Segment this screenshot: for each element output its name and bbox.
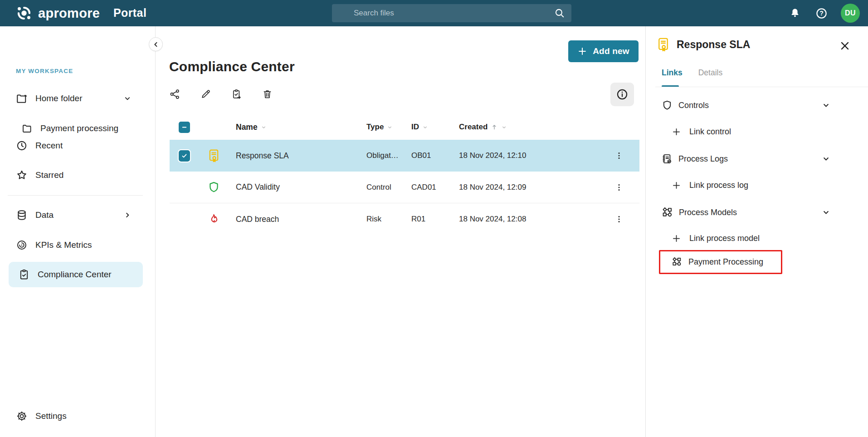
plus-icon: [672, 234, 681, 243]
database-icon: [16, 209, 28, 221]
tab-details[interactable]: Details: [698, 68, 723, 83]
action-link-process-model[interactable]: Link process model: [672, 229, 760, 247]
sidebar-item-home-folder[interactable]: Home folder: [0, 90, 156, 107]
apromore-logo[interactable]: apromore: [15, 5, 100, 22]
sidebar-item-recent[interactable]: Recent: [0, 137, 156, 154]
sidebar-item-payment-processing[interactable]: Payment processing: [0, 120, 156, 137]
shield-icon: [662, 99, 673, 111]
sidebar-item-label: KPIs & Metrics: [35, 240, 92, 250]
column-header-type[interactable]: Type: [360, 123, 407, 132]
plus-icon: [672, 127, 681, 137]
sidebar: MY WORKSPACE Home folder Payment process…: [0, 26, 156, 437]
search-button[interactable]: [548, 4, 571, 22]
help-button[interactable]: ?: [814, 6, 828, 20]
action-link-process-log[interactable]: Link process log: [672, 176, 748, 194]
chevron-left-icon: [152, 40, 160, 49]
sidebar-item-data[interactable]: Data: [0, 206, 156, 224]
share-icon: [169, 88, 180, 100]
chevron-down-icon: [821, 101, 831, 110]
column-label: Type: [366, 123, 384, 132]
delete-button[interactable]: [258, 85, 276, 103]
sidebar-item-compliance-center[interactable]: Compliance Center: [0, 266, 134, 283]
chevron-down-icon: [123, 94, 132, 103]
gear-icon: [16, 410, 28, 422]
sidebar-item-kpis-metrics[interactable]: KPIs & Metrics: [0, 236, 156, 254]
row-menu-button[interactable]: [611, 211, 627, 227]
action-label: Link control: [689, 127, 731, 137]
search-bar[interactable]: [332, 4, 571, 22]
obligation-certificate-icon: [657, 37, 669, 52]
plus-icon: [577, 46, 587, 56]
search-input[interactable]: [332, 4, 548, 22]
question-icon: ?: [815, 7, 828, 20]
product-title: Portal: [113, 6, 146, 20]
table-row-response-sla[interactable]: Response SLA Obligat… OB01 18 Nov 2024, …: [170, 140, 639, 172]
section-controls[interactable]: Controls: [662, 96, 709, 114]
sidebar-item-label: Recent: [35, 141, 63, 151]
section-label: Controls: [678, 101, 709, 110]
linked-model-payment-processing[interactable]: Payment Processing: [672, 253, 763, 271]
select-all-checkbox[interactable]: [179, 122, 190, 133]
add-new-button[interactable]: Add new: [568, 40, 639, 62]
table-row-cad-breach[interactable]: CAD breach Risk R01 18 Nov 2024, 12:08: [170, 203, 639, 235]
control-shield-icon: [208, 181, 220, 194]
folder-open-icon: [16, 93, 28, 104]
row-type: Obligat…: [360, 151, 407, 160]
row-name: CAD breach: [229, 215, 360, 224]
app-window: apromore Portal: [0, 0, 868, 437]
row-menu-button[interactable]: [611, 180, 627, 195]
sidebar-item-label: Payment processing: [40, 123, 118, 133]
section-process-models[interactable]: Process Models: [662, 203, 737, 221]
row-menu-button[interactable]: [611, 148, 627, 163]
row-id: R01: [407, 215, 454, 224]
chevron-down-icon: [501, 124, 507, 130]
sidebar-collapse-button[interactable]: [149, 37, 163, 51]
user-avatar[interactable]: DU: [841, 4, 860, 23]
column-label: ID: [411, 123, 419, 132]
row-created: 18 Nov 2024, 12:10: [454, 151, 599, 160]
table-header: Name Type ID: [170, 114, 639, 140]
panel-title: Response SLA: [677, 39, 750, 51]
sidebar-item-label: Data: [35, 210, 54, 220]
column-header-name[interactable]: Name: [229, 123, 360, 132]
apromore-logo-icon: [15, 5, 33, 22]
panel-header: Response SLA: [657, 37, 750, 52]
section-process-logs[interactable]: Process Logs: [662, 150, 728, 168]
kebab-icon: [614, 151, 624, 160]
row-type: Risk: [360, 215, 407, 224]
sidebar-item-settings[interactable]: Settings: [0, 408, 156, 425]
chevron-down-icon: [387, 124, 393, 130]
chevron-down-icon: [261, 124, 267, 130]
notifications-button[interactable]: [788, 6, 802, 20]
panel-close-button[interactable]: [838, 39, 852, 53]
sort-asc-icon: [491, 123, 498, 131]
workspace-label: MY WORKSPACE: [16, 68, 73, 74]
sidebar-item-label: Compliance Center: [38, 270, 112, 280]
chevron-down-icon: [821, 154, 831, 164]
trash-icon: [262, 88, 273, 100]
info-button[interactable]: [610, 83, 634, 106]
tab-links[interactable]: Links: [662, 68, 683, 83]
kebab-icon: [614, 183, 624, 192]
row-checkbox-checked[interactable]: [179, 150, 190, 162]
move-button[interactable]: [228, 85, 245, 103]
action-link-control[interactable]: Link control: [672, 123, 731, 141]
linked-model-label: Payment Processing: [688, 257, 763, 267]
sidebar-item-starred[interactable]: Starred: [0, 167, 156, 184]
table-row-cad-validity[interactable]: CAD Validity Control CAD01 18 Nov 2024, …: [170, 172, 639, 203]
row-name: Response SLA: [229, 151, 360, 161]
action-label: Link process log: [689, 181, 748, 190]
panel-tabs: Links Details: [662, 68, 722, 83]
row-type: Control: [360, 183, 407, 192]
sidebar-item-label: Starred: [35, 170, 63, 180]
topbar: apromore Portal: [0, 0, 868, 26]
column-header-id[interactable]: ID: [407, 123, 454, 132]
page-title: Compliance Center: [169, 59, 295, 74]
edit-button[interactable]: [197, 85, 214, 103]
logo-wordmark: apromore: [38, 6, 100, 21]
risk-flame-icon: [208, 213, 219, 226]
share-button[interactable]: [166, 85, 183, 103]
column-header-created[interactable]: Created: [454, 123, 599, 132]
sidebar-divider: [8, 195, 143, 196]
star-icon: [16, 169, 28, 181]
